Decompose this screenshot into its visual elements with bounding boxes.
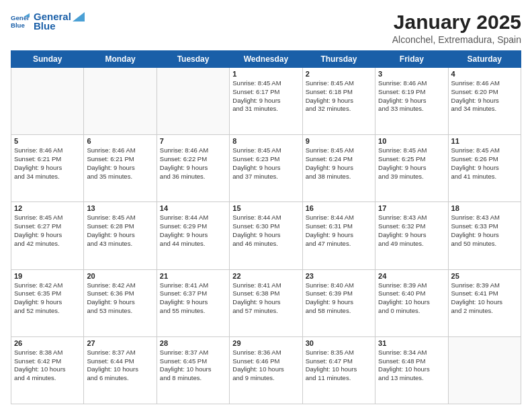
day-info: Sunrise: 8:45 AM Sunset: 6:24 PM Dayligh… bbox=[306, 146, 372, 181]
weekday-header-row: SundayMondayTuesdayWednesdayThursdayFrid… bbox=[11, 51, 521, 68]
weekday-header: Friday bbox=[375, 51, 448, 68]
calendar-cell: 25Sunrise: 8:39 AM Sunset: 6:41 PM Dayli… bbox=[448, 269, 521, 336]
calendar-cell: 7Sunrise: 8:46 AM Sunset: 6:22 PM Daylig… bbox=[157, 135, 229, 202]
calendar-cell: 8Sunrise: 8:45 AM Sunset: 6:23 PM Daylig… bbox=[230, 135, 302, 202]
day-info: Sunrise: 8:45 AM Sunset: 6:28 PM Dayligh… bbox=[87, 214, 153, 248]
day-number: 29 bbox=[232, 339, 299, 347]
day-info: Sunrise: 8:43 AM Sunset: 6:33 PM Dayligh… bbox=[451, 214, 518, 248]
calendar-week-row: 19Sunrise: 8:42 AM Sunset: 6:35 PM Dayli… bbox=[11, 269, 521, 336]
title-area: January 2025 Alconchel, Extremadura, Spa… bbox=[392, 11, 521, 45]
calendar-cell: 3Sunrise: 8:46 AM Sunset: 6:19 PM Daylig… bbox=[375, 68, 448, 135]
calendar-cell: 30Sunrise: 8:35 AM Sunset: 6:47 PM Dayli… bbox=[302, 336, 375, 404]
day-info: Sunrise: 8:46 AM Sunset: 6:21 PM Dayligh… bbox=[87, 146, 153, 181]
day-number: 10 bbox=[378, 137, 445, 145]
subtitle: Alconchel, Extremadura, Spain bbox=[392, 34, 521, 45]
calendar-cell: 19Sunrise: 8:42 AM Sunset: 6:35 PM Dayli… bbox=[11, 269, 84, 336]
day-number: 7 bbox=[160, 137, 226, 145]
day-number: 5 bbox=[14, 137, 81, 145]
calendar-cell: 13Sunrise: 8:45 AM Sunset: 6:28 PM Dayli… bbox=[84, 202, 157, 269]
day-info: Sunrise: 8:41 AM Sunset: 6:37 PM Dayligh… bbox=[160, 281, 226, 316]
calendar-cell: 24Sunrise: 8:39 AM Sunset: 6:40 PM Dayli… bbox=[375, 269, 448, 336]
day-info: Sunrise: 8:38 AM Sunset: 6:42 PM Dayligh… bbox=[14, 349, 81, 383]
day-number: 1 bbox=[232, 70, 299, 78]
day-number: 6 bbox=[87, 137, 153, 145]
day-number: 13 bbox=[87, 204, 153, 212]
header: General Blue General Blue January 2025 A… bbox=[11, 11, 521, 45]
day-number: 20 bbox=[87, 272, 153, 280]
day-info: Sunrise: 8:45 AM Sunset: 6:23 PM Dayligh… bbox=[232, 146, 299, 181]
day-number: 31 bbox=[378, 339, 445, 347]
calendar-cell: 12Sunrise: 8:45 AM Sunset: 6:27 PM Dayli… bbox=[11, 202, 84, 269]
calendar-cell: 6Sunrise: 8:46 AM Sunset: 6:21 PM Daylig… bbox=[84, 135, 157, 202]
calendar-cell bbox=[11, 68, 84, 135]
day-number: 3 bbox=[378, 70, 445, 78]
calendar-cell: 18Sunrise: 8:43 AM Sunset: 6:33 PM Dayli… bbox=[448, 202, 521, 269]
day-number: 15 bbox=[232, 204, 299, 212]
calendar-week-row: 5Sunrise: 8:46 AM Sunset: 6:21 PM Daylig… bbox=[11, 135, 521, 202]
day-info: Sunrise: 8:42 AM Sunset: 6:36 PM Dayligh… bbox=[87, 281, 153, 316]
day-number: 28 bbox=[160, 339, 226, 347]
day-info: Sunrise: 8:34 AM Sunset: 6:48 PM Dayligh… bbox=[378, 349, 445, 383]
day-info: Sunrise: 8:44 AM Sunset: 6:29 PM Dayligh… bbox=[160, 214, 226, 248]
calendar-cell: 27Sunrise: 8:37 AM Sunset: 6:44 PM Dayli… bbox=[84, 336, 157, 404]
day-info: Sunrise: 8:44 AM Sunset: 6:31 PM Dayligh… bbox=[306, 214, 372, 248]
calendar-cell: 9Sunrise: 8:45 AM Sunset: 6:24 PM Daylig… bbox=[302, 135, 375, 202]
calendar-cell: 29Sunrise: 8:36 AM Sunset: 6:46 PM Dayli… bbox=[230, 336, 302, 404]
day-number: 26 bbox=[14, 339, 81, 347]
calendar-cell: 2Sunrise: 8:45 AM Sunset: 6:18 PM Daylig… bbox=[302, 68, 375, 135]
weekday-header: Sunday bbox=[11, 51, 84, 68]
calendar-week-row: 1Sunrise: 8:45 AM Sunset: 6:17 PM Daylig… bbox=[11, 68, 521, 135]
weekday-header: Thursday bbox=[302, 51, 375, 68]
calendar-cell: 10Sunrise: 8:45 AM Sunset: 6:25 PM Dayli… bbox=[375, 135, 448, 202]
weekday-header: Saturday bbox=[448, 51, 521, 68]
day-number: 8 bbox=[232, 137, 299, 145]
day-number: 22 bbox=[232, 272, 299, 280]
day-info: Sunrise: 8:37 AM Sunset: 6:45 PM Dayligh… bbox=[160, 349, 226, 383]
weekday-header: Wednesday bbox=[230, 51, 302, 68]
weekday-header: Tuesday bbox=[157, 51, 229, 68]
day-info: Sunrise: 8:45 AM Sunset: 6:26 PM Dayligh… bbox=[451, 146, 518, 181]
day-info: Sunrise: 8:41 AM Sunset: 6:38 PM Dayligh… bbox=[232, 281, 299, 316]
day-number: 21 bbox=[160, 272, 226, 280]
calendar-cell: 14Sunrise: 8:44 AM Sunset: 6:29 PM Dayli… bbox=[157, 202, 229, 269]
calendar-cell: 31Sunrise: 8:34 AM Sunset: 6:48 PM Dayli… bbox=[375, 336, 448, 404]
calendar-cell bbox=[84, 68, 157, 135]
calendar-week-row: 26Sunrise: 8:38 AM Sunset: 6:42 PM Dayli… bbox=[11, 336, 521, 404]
logo-text-blue: Blue bbox=[34, 20, 85, 32]
day-info: Sunrise: 8:36 AM Sunset: 6:46 PM Dayligh… bbox=[232, 349, 299, 383]
calendar-cell: 17Sunrise: 8:43 AM Sunset: 6:32 PM Dayli… bbox=[375, 202, 448, 269]
day-info: Sunrise: 8:46 AM Sunset: 6:19 PM Dayligh… bbox=[378, 79, 445, 113]
day-info: Sunrise: 8:45 AM Sunset: 6:17 PM Dayligh… bbox=[232, 79, 299, 113]
day-info: Sunrise: 8:39 AM Sunset: 6:40 PM Dayligh… bbox=[378, 281, 445, 316]
logo-icon: General Blue bbox=[11, 12, 30, 31]
calendar-cell: 26Sunrise: 8:38 AM Sunset: 6:42 PM Dayli… bbox=[11, 336, 84, 404]
calendar-cell: 15Sunrise: 8:44 AM Sunset: 6:30 PM Dayli… bbox=[230, 202, 302, 269]
day-info: Sunrise: 8:46 AM Sunset: 6:22 PM Dayligh… bbox=[160, 146, 226, 181]
day-number: 16 bbox=[306, 204, 372, 212]
day-number: 19 bbox=[14, 272, 81, 280]
main-title: January 2025 bbox=[392, 11, 521, 33]
calendar-cell: 11Sunrise: 8:45 AM Sunset: 6:26 PM Dayli… bbox=[448, 135, 521, 202]
day-info: Sunrise: 8:39 AM Sunset: 6:41 PM Dayligh… bbox=[451, 281, 518, 316]
day-number: 17 bbox=[378, 204, 445, 212]
day-number: 9 bbox=[306, 137, 372, 145]
calendar-cell bbox=[448, 336, 521, 404]
calendar-cell: 4Sunrise: 8:46 AM Sunset: 6:20 PM Daylig… bbox=[448, 68, 521, 135]
day-info: Sunrise: 8:45 AM Sunset: 6:27 PM Dayligh… bbox=[14, 214, 81, 248]
day-info: Sunrise: 8:43 AM Sunset: 6:32 PM Dayligh… bbox=[378, 214, 445, 248]
day-info: Sunrise: 8:46 AM Sunset: 6:20 PM Dayligh… bbox=[451, 79, 518, 113]
page: General Blue General Blue January 2025 A… bbox=[0, 0, 532, 411]
calendar-cell: 23Sunrise: 8:40 AM Sunset: 6:39 PM Dayli… bbox=[302, 269, 375, 336]
day-info: Sunrise: 8:45 AM Sunset: 6:25 PM Dayligh… bbox=[378, 146, 445, 181]
day-number: 18 bbox=[451, 204, 518, 212]
day-number: 24 bbox=[378, 272, 445, 280]
weekday-header: Monday bbox=[84, 51, 157, 68]
calendar-cell: 1Sunrise: 8:45 AM Sunset: 6:17 PM Daylig… bbox=[230, 68, 302, 135]
calendar-cell: 28Sunrise: 8:37 AM Sunset: 6:45 PM Dayli… bbox=[157, 336, 229, 404]
calendar-table: SundayMondayTuesdayWednesdayThursdayFrid… bbox=[11, 50, 521, 404]
day-info: Sunrise: 8:44 AM Sunset: 6:30 PM Dayligh… bbox=[232, 214, 299, 248]
day-info: Sunrise: 8:37 AM Sunset: 6:44 PM Dayligh… bbox=[87, 349, 153, 383]
day-number: 2 bbox=[306, 70, 372, 78]
svg-text:Blue: Blue bbox=[11, 21, 25, 28]
day-number: 30 bbox=[306, 339, 372, 347]
